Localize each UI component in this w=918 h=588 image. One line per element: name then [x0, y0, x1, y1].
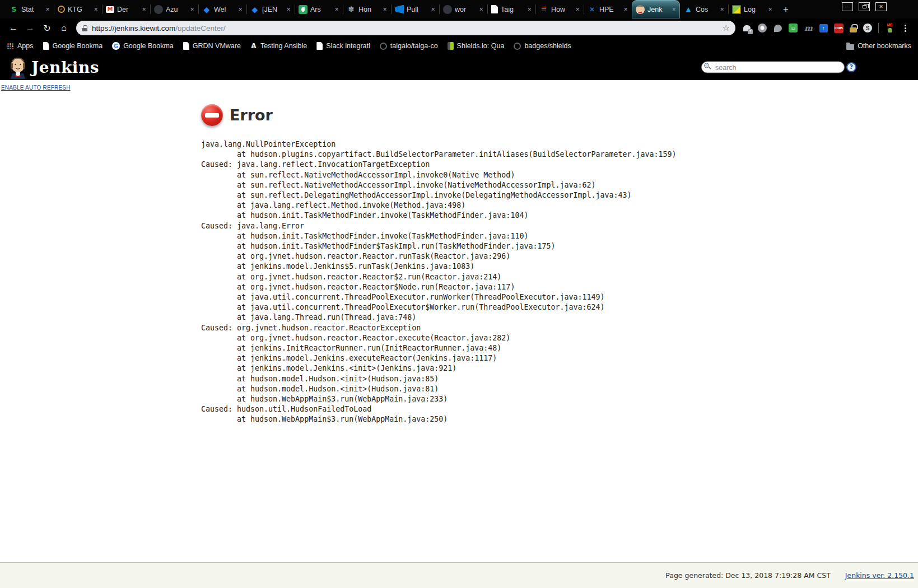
search-input[interactable] [701, 62, 845, 73]
bookmark-apps[interactable]: Apps [7, 42, 34, 50]
github-icon [443, 5, 452, 14]
jenkins-version-link[interactable]: Jenkins ver. 2.150.1 [845, 571, 914, 580]
browser-tab-pull[interactable]: Pull✕ [391, 0, 439, 18]
letter-m-extension-icon[interactable] [804, 24, 813, 33]
forward-button[interactable]: → [22, 20, 38, 36]
apps-grid-icon [7, 43, 14, 50]
tab-label: Azu [166, 6, 187, 13]
document-icon [316, 42, 323, 50]
letter-s-extension-icon[interactable] [863, 24, 872, 32]
bookmark-google-bookma[interactable]: Google Bookma [43, 42, 103, 50]
tab-close-icon[interactable]: ✕ [383, 7, 387, 12]
bookmark-grdn-vmware[interactable]: GRDN VMware [183, 42, 241, 50]
tab-close-icon[interactable]: ✕ [45, 7, 50, 12]
azure-triangle-icon [684, 5, 693, 14]
tab-close-icon[interactable]: ✕ [527, 7, 532, 12]
browser-tab-hon[interactable]: Hon✕ [343, 0, 391, 18]
reload-button[interactable]: ↻ [39, 20, 55, 36]
help-icon[interactable]: ? [846, 62, 856, 72]
window-controls: — ✕ [842, 2, 887, 11]
browser-tab-wor[interactable]: wor✕ [439, 0, 487, 18]
bookmark-star-icon[interactable]: ☆ [723, 23, 730, 33]
address-bar[interactable]: https://jenkins.kiewit.com/updateCenter/… [76, 21, 735, 35]
tab-close-icon[interactable]: ✕ [431, 7, 435, 12]
tab-close-icon[interactable]: ✕ [286, 7, 291, 12]
bookmark-label: Google Bookma [123, 42, 174, 50]
gray-circle-extension-icon[interactable] [758, 24, 767, 32]
tab-label: KTG [68, 6, 91, 13]
bitmoji-extension-icon[interactable] [789, 24, 798, 32]
circle-check-orange-icon [58, 6, 65, 13]
bookmark-label: Slack integrati [326, 42, 370, 50]
browser-tab-cos[interactable]: Cos✕ [680, 0, 728, 18]
bookmark-shields-io-qua[interactable]: Shields.io: Qua [448, 42, 505, 50]
browser-tab-jenk[interactable]: Jenk✕ [632, 0, 680, 18]
tab-label: Cos [696, 6, 717, 13]
browser-tab-jen[interactable]: [JEN✕ [246, 0, 295, 18]
tab-close-icon[interactable]: ✕ [142, 7, 146, 12]
tab-close-icon[interactable]: ✕ [238, 7, 243, 12]
tab-label: Jenk [647, 6, 669, 13]
browser-tab-hpe[interactable]: HPE✕ [584, 0, 632, 18]
bookmark-testing-ansible[interactable]: Testing Ansible [250, 42, 307, 50]
gray-bubble-extension-icon[interactable] [773, 24, 782, 33]
close-button[interactable]: ✕ [875, 2, 887, 11]
jenkins-butler-logo[interactable] [9, 57, 27, 79]
tab-close-icon[interactable]: ✕ [94, 7, 98, 12]
tab-close-icon[interactable]: ✕ [190, 7, 194, 12]
cors-extension-icon[interactable] [834, 24, 844, 33]
tab-close-icon[interactable]: ✕ [623, 7, 628, 12]
folder-icon [846, 44, 854, 50]
minimize-button[interactable]: — [842, 2, 853, 11]
stackoverflow-icon [539, 5, 548, 14]
main-panel: Error java.lang.NullPointerException at … [201, 104, 918, 425]
browser-tab-der[interactable]: Der✕ [102, 0, 150, 18]
tab-close-icon[interactable]: ✕ [479, 7, 483, 12]
browser-tab-taig[interactable]: Taig✕ [487, 0, 535, 18]
tab-label: wor [455, 6, 476, 13]
url-text[interactable]: https://jenkins.kiewit.com/updateCenter/ [92, 24, 718, 32]
restore-button[interactable] [859, 2, 870, 11]
blue-up-extension-icon[interactable] [819, 24, 828, 32]
menu-kebab-extension-icon[interactable] [901, 24, 910, 33]
bookmark-badges-shields[interactable]: badges/shields [514, 42, 571, 50]
browser-tab-ars[interactable]: Ars✕ [295, 0, 343, 18]
browser-tab-ktg[interactable]: KTG✕ [54, 0, 102, 18]
jenkins-title[interactable]: Jenkins [31, 58, 99, 77]
letter-a-icon [250, 42, 257, 50]
new-tab-button[interactable]: + [776, 0, 795, 18]
back-button[interactable]: ← [6, 20, 21, 36]
bookmark-label: Shields.io: Qua [457, 42, 505, 50]
toolbar-divider [878, 23, 879, 33]
error-stop-icon [201, 104, 223, 126]
padlock-extension-icon[interactable] [850, 24, 857, 32]
bookmark-slack-integrati[interactable]: Slack integrati [316, 42, 370, 50]
browser-tab-stat[interactable]: Stat✕ [6, 0, 54, 18]
bookmark-label: Apps [17, 42, 34, 50]
bookmark-google-bookma[interactable]: Google Bookma [112, 42, 174, 50]
azure-devops-icon [395, 5, 404, 14]
tab-close-icon[interactable]: ✕ [672, 7, 676, 12]
bookmark-taigaio-taiga-co[interactable]: taigaio/taiga-co [380, 42, 438, 50]
tab-close-icon[interactable]: ✕ [575, 7, 580, 12]
tab-close-icon[interactable]: ✕ [334, 7, 339, 12]
home-icon: ⌂ [61, 23, 67, 33]
forward-icon: → [26, 23, 35, 33]
home-button[interactable]: ⌂ [56, 20, 72, 36]
browser-tab-azu[interactable]: Azu✕ [150, 0, 198, 18]
bookmark-label: badges/shields [524, 42, 571, 50]
tab-label: Der [117, 6, 139, 13]
browser-tab-wel[interactable]: Wel✕ [198, 0, 246, 18]
browser-tab-log[interactable]: Log✕ [728, 0, 776, 18]
other-bookmarks-button[interactable]: Other bookmarks [846, 42, 911, 50]
enable-auto-refresh-link[interactable]: ENABLE AUTO REFRESH [1, 85, 71, 91]
github-icon [154, 5, 163, 14]
chat-question-extension-icon[interactable] [742, 24, 752, 33]
browser-tab-how[interactable]: How✕ [535, 0, 584, 18]
tab-close-icon[interactable]: ✕ [768, 7, 772, 12]
page-footer: Page generated: Dec 13, 2018 7:19:28 AM … [0, 562, 918, 588]
url-host: https://jenkins.kiewit.com [92, 24, 175, 32]
me-person-extension-icon[interactable] [885, 24, 894, 33]
error-header: Error [201, 104, 918, 126]
tab-close-icon[interactable]: ✕ [720, 7, 724, 12]
